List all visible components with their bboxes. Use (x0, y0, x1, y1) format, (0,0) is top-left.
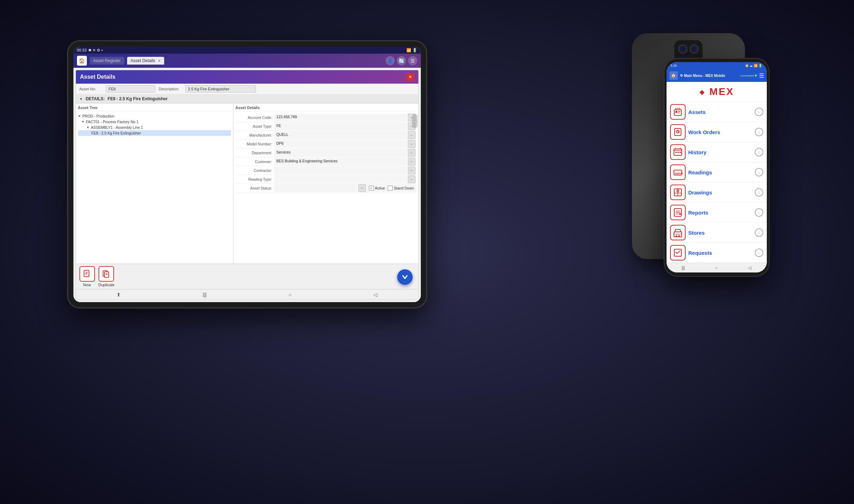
menu-item-requests[interactable]: Requests ↓ (667, 243, 767, 263)
svg-rect-0 (84, 270, 89, 277)
battery-icon: 🔋 (412, 48, 417, 53)
phone-nav-home-btn[interactable]: ○ (715, 265, 718, 270)
asset-detail-panel-header: Asset Details (235, 106, 416, 111)
asset-tree-panel: Asset Tree ▼ PROD - Production ▼ FACT01 … (76, 103, 233, 264)
tablet-device: 00:33 ✱ ✕ ⚙ • 📶 🔋 🏠 Asset Register Asset… (67, 40, 427, 308)
model-number-value: DP6 (274, 140, 407, 148)
mex-text: MEX (710, 86, 734, 97)
duplicate-button[interactable]: Duplicate (98, 266, 115, 287)
tablet-nav-recent-btn[interactable]: ||| (196, 290, 214, 299)
detail-row-account-code: Account Code: 123.456.789 ··· (235, 113, 416, 122)
assets-svg (673, 107, 683, 117)
department-btn[interactable]: ··· (408, 149, 416, 157)
phone-nav-recent-btn[interactable]: ||| (682, 265, 685, 270)
asset-status-value (274, 184, 358, 192)
stand-down-checkbox-label[interactable]: Stand Down (388, 186, 414, 191)
tree-item-fe8[interactable]: FE8 - 2.5 Kg Fire Extinguisher (78, 130, 231, 136)
department-value: Services (274, 149, 407, 157)
fab-icon (401, 273, 409, 281)
menu-item-readings[interactable]: HOURS Readings ↓ (667, 162, 767, 182)
asset-detail-panel: Asset Details Account Code: 123.456.789 … (233, 103, 418, 264)
stand-down-checkbox[interactable] (388, 186, 393, 191)
workorders-label: Work Orders (688, 129, 752, 135)
contractor-btn[interactable]: ··· (408, 167, 416, 174)
menu-item-stores[interactable]: Stores ↓ (667, 223, 767, 243)
customer-btn[interactable]: ··· (408, 158, 416, 166)
close-tab-icon[interactable]: ✕ (158, 59, 161, 63)
menu-item-history[interactable]: History ↓ (667, 142, 767, 162)
tablet-nav-back-btn[interactable]: ⬆ (109, 290, 128, 299)
history-label: History (688, 149, 752, 155)
detail-row-asset-type: Asset Type: FE ··· (235, 122, 416, 131)
tab-asset-register[interactable]: Asset Register (90, 57, 124, 65)
active-checkbox-label[interactable]: ✓ Active (369, 186, 385, 191)
refresh-button[interactable]: 🔄 (397, 56, 406, 65)
drawings-label: Drawings (688, 190, 752, 196)
details-value: FE8 - 2.5 Kg Fire Extinguisher (108, 96, 168, 101)
reports-arrow: ↓ (755, 208, 763, 217)
stores-arrow: ↓ (755, 228, 763, 237)
tablet-nav-home-btn[interactable]: ○ (281, 290, 298, 299)
main-content-area: Asset Tree ▼ PROD - Production ▼ FACT01 … (76, 103, 418, 264)
home-button[interactable]: 🏠 (77, 56, 87, 66)
history-arrow: ↓ (755, 148, 763, 156)
menu-item-drawings[interactable]: Drawings ↓ (667, 182, 767, 203)
details-section-header: ▼ DETAILS: FE8 - 2.5 Kg Fire Extinguishe… (76, 95, 418, 103)
account-code-label: Account Code: (235, 114, 274, 121)
detail-row-model-number: Model Number: DP6 ··· (235, 140, 416, 149)
duplicate-button-icon (98, 266, 114, 282)
history-icon (670, 144, 686, 160)
phone-menu-button[interactable]: ☰ (759, 72, 764, 79)
mex-logo-area: ❖ MEX (667, 82, 767, 102)
phone-status-icons: ⭐ ☁ 📶 🔋 (745, 64, 763, 67)
main-scene: 00:33 ✱ ✕ ⚙ • 📶 🔋 🏠 Asset Register Asset… (39, 23, 816, 481)
tree-item-prod[interactable]: ▼ PROD - Production (78, 113, 231, 119)
manufacturer-btn[interactable]: ··· (408, 131, 416, 139)
tablet-time: 00:33 (77, 48, 87, 52)
reports-label: Reports (688, 210, 752, 216)
user-button[interactable]: 👤 (386, 56, 395, 65)
new-button-icon (79, 266, 95, 282)
model-number-btn[interactable]: ··· (408, 140, 416, 148)
phone-home-button[interactable]: 🏠 (669, 71, 678, 80)
new-icon-svg (83, 270, 91, 278)
customer-value: BES Building & Engineering Services (274, 158, 407, 166)
description-input[interactable]: 2.5 Kg Fire Extinguisher (185, 85, 256, 92)
phone-screen: 5:28 ⭐ ☁ 📶 🔋 🏠 ⚙ Main Menu - MEX Mobile … (667, 62, 767, 272)
tree-item-fact01[interactable]: ▼ FACT01 - Process Factory No 1 (78, 119, 231, 125)
window-close-button[interactable]: ✕ (406, 73, 414, 81)
active-checkbox[interactable]: ✓ (369, 186, 374, 191)
tree-item-assembly1[interactable]: ▼ ASSEMBLY1 - Assembly Line 1 (78, 125, 231, 130)
phone-nav-back-btn[interactable]: ◁ (748, 265, 751, 270)
asset-no-input[interactable]: FE8 (106, 85, 155, 92)
scroll-handle[interactable] (412, 114, 418, 128)
asset-status-select-btn[interactable]: ··· (358, 184, 366, 192)
requests-arrow: ↓ (755, 248, 763, 257)
menu-button[interactable]: ☰ (408, 56, 417, 65)
asset-type-label: Asset Type: (235, 123, 274, 130)
tablet-nav-bar: ⬆ ||| ○ ◁ (76, 289, 418, 300)
tablet-toolbar: New Duplicate (76, 264, 418, 289)
description-label: Description: (159, 87, 182, 91)
new-button[interactable]: New (79, 266, 95, 287)
tablet-nav-forward-btn[interactable]: ◁ (366, 290, 384, 299)
mex-logo: ❖ MEX (671, 86, 763, 97)
menu-item-workorders[interactable]: Work Orders ↓ (667, 122, 767, 142)
connected-badge: Connected (740, 74, 757, 77)
reading-type-btn[interactable]: ··· (408, 175, 416, 183)
fab-button[interactable] (397, 269, 413, 285)
tablet-header: 🏠 Asset Register Asset Details ✕ 👤 🔄 ☰ (73, 54, 421, 68)
wifi-icon: 📶 (406, 48, 411, 53)
menu-item-reports[interactable]: Reports ↓ (667, 203, 767, 223)
reading-type-value (274, 175, 407, 183)
new-button-label: New (83, 283, 91, 287)
duplicate-icon-svg (102, 270, 111, 278)
phone-header-title: ⚙ Main Menu - MEX Mobile (680, 74, 738, 78)
tab-asset-details[interactable]: Asset Details ✕ (127, 57, 164, 65)
details-label: DETAILS: (85, 96, 104, 101)
stand-down-label: Stand Down (394, 186, 414, 190)
customer-label: Customer: (235, 158, 274, 165)
svg-rect-12 (676, 108, 680, 110)
menu-item-assets[interactable]: Assets ↓ (667, 102, 767, 122)
reading-type-label: Reading Type: (235, 176, 274, 182)
